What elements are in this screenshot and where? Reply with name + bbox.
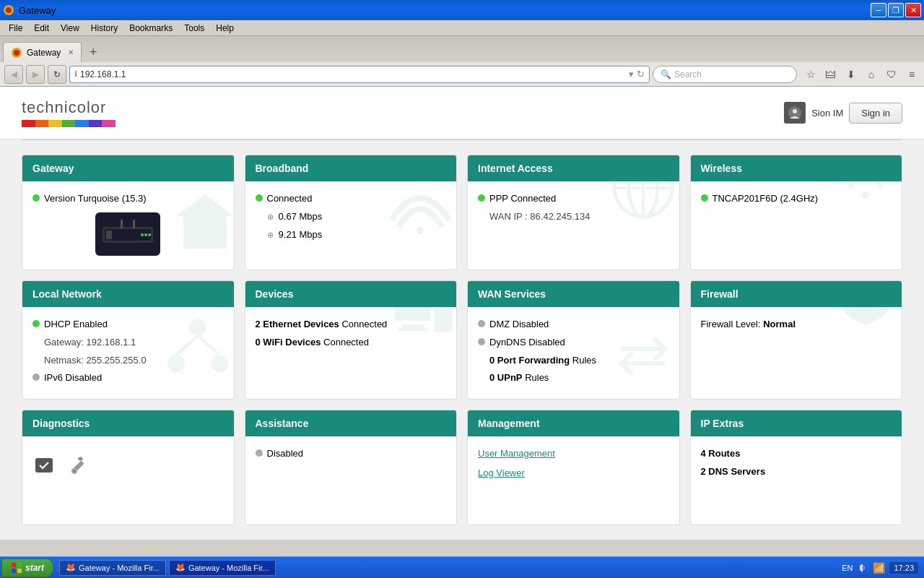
svg-point-5	[793, 109, 797, 113]
menu-bar: File Edit View History Bookmarks Tools H…	[0, 20, 924, 36]
card-header-ip-extras: IP Extras	[691, 410, 902, 436]
card-local-network[interactable]: Local NetworkDHCP EnabledGateway: 192.16…	[22, 280, 235, 400]
back-button[interactable]: ◀	[4, 65, 23, 84]
card-item: ⊕ 9.21 Mbps	[256, 228, 447, 243]
home-icon[interactable]: ⌂	[863, 66, 879, 82]
card-item[interactable]: User Management	[478, 447, 669, 462]
diagnostics-icons	[32, 454, 224, 477]
shield-icon[interactable]: 🛡	[884, 66, 899, 82]
forward-button[interactable]: ▶	[26, 65, 45, 84]
logo-area: technicolor	[22, 98, 116, 127]
card-item: Netmask: 255.255.255.0	[32, 353, 224, 368]
menu-help[interactable]: Help	[210, 22, 240, 35]
card-body-internet-access: PPP ConnectedWAN IP : 86.42.245.134	[468, 181, 679, 238]
card-item: TNCAP201F6D (2.4GHz)	[701, 191, 892, 207]
reload-icon[interactable]: ↻	[637, 69, 645, 79]
svg-point-10	[144, 233, 147, 236]
card-header-wan-services: WAN Services	[468, 281, 679, 307]
tab-title: Gateway	[19, 5, 56, 16]
card-gateway[interactable]: GatewayVersion Turquoise (15.3)	[22, 155, 235, 270]
search-icon: 🔍	[661, 69, 671, 79]
card-header-management: Management	[468, 410, 679, 436]
card-item: 2 Ethernet Devices Connected	[256, 317, 447, 332]
card-body-broadband: Connected⊕ 0.67 Mbps⊕ 9.21 Mbps	[245, 181, 457, 255]
card-item: Disabled	[256, 447, 447, 462]
dashboard: GatewayVersion Turquoise (15.3) Broadban…	[0, 140, 924, 540]
close-button[interactable]: ✕	[905, 3, 921, 17]
svg-rect-14	[183, 216, 227, 249]
restore-button[interactable]: ❐	[888, 3, 904, 17]
download-icon[interactable]: ⬇	[843, 66, 859, 82]
logo-colors	[22, 120, 116, 127]
card-devices[interactable]: Devices2 Ethernet Devices Connected0 WiF…	[245, 280, 458, 400]
reload-button[interactable]: ↻	[48, 65, 66, 84]
card-item: DynDNS Disabled	[478, 335, 669, 350]
url-text: 192.168.1.1	[80, 69, 629, 79]
sion-svg	[788, 105, 802, 120]
toolbar-icons: ☆ 🜲 ⬇ ⌂ 🛡 ≡	[803, 66, 920, 82]
card-body-management: User ManagementLog Viewer	[468, 436, 679, 496]
card-body-assistance: Disabled	[245, 436, 457, 475]
router-image	[95, 212, 160, 256]
svg-point-3	[14, 50, 19, 56]
card-item[interactable]: Log Viewer	[478, 466, 669, 481]
menu-bookmarks[interactable]: Bookmarks	[123, 22, 178, 35]
card-header-internet-access: Internet Access	[468, 155, 679, 181]
card-item: IPv6 Disabled	[32, 371, 224, 386]
menu-file[interactable]: File	[3, 22, 28, 35]
svg-rect-12	[121, 220, 123, 228]
svg-point-1	[6, 7, 12, 13]
tab-favicon	[11, 47, 22, 59]
sion-area: Sion IM Sign in	[784, 102, 902, 124]
card-header-diagnostics: Diagnostics	[22, 410, 234, 436]
card-wan-services[interactable]: WAN ServicesDMZ DisabledDynDNS Disabled0…	[467, 280, 680, 400]
logo-text: technicolor	[22, 98, 116, 117]
menu-icon[interactable]: ≡	[904, 66, 920, 82]
bookmark-star-icon[interactable]: ▾	[629, 69, 634, 79]
svg-point-9	[141, 233, 144, 236]
title-bar: Gateway ─ ❐ ✕	[0, 0, 924, 20]
card-wireless[interactable]: WirelessTNCAP201F6D (2.4GHz)	[690, 155, 903, 270]
card-body-firewall: Firewall Level: Normal	[691, 307, 902, 345]
minimize-button[interactable]: ─	[871, 3, 886, 17]
tab-close-button[interactable]: ✕	[68, 48, 74, 56]
menu-history[interactable]: History	[85, 22, 123, 35]
card-header-local-network: Local Network	[22, 281, 234, 307]
pocket-icon	[32, 454, 56, 477]
card-item: ⊕ 0.67 Mbps	[256, 210, 447, 225]
card-header-assistance: Assistance	[245, 410, 457, 436]
url-bar[interactable]: ℹ 192.168.1.1 ▾ ↻	[69, 66, 650, 83]
sign-in-button[interactable]: Sign in	[849, 103, 902, 124]
menu-tools[interactable]: Tools	[178, 22, 210, 35]
svg-rect-13	[133, 220, 135, 228]
card-internet-access[interactable]: Internet AccessPPP ConnectedWAN IP : 86.…	[467, 155, 680, 270]
menu-edit[interactable]: Edit	[28, 22, 55, 35]
card-item: Version Turquoise (15.3)	[32, 191, 224, 207]
card-management[interactable]: ManagementUser ManagementLog Viewer	[467, 410, 680, 525]
card-item: 4 Routes	[701, 447, 892, 462]
svg-point-34	[73, 470, 76, 473]
title-bar-left: Gateway	[3, 4, 871, 16]
search-placeholder: Search	[674, 69, 702, 79]
menu-view[interactable]: View	[55, 22, 85, 35]
card-item: PPP Connected	[478, 191, 669, 207]
card-assistance[interactable]: AssistanceDisabled	[245, 410, 458, 525]
pocket-icon[interactable]: 🜲	[823, 66, 839, 82]
address-bar: ◀ ▶ ↻ ℹ 192.168.1.1 ▾ ↻ 🔍 Search ☆ 🜲 ⬇ ⌂…	[0, 62, 924, 87]
sion-icon	[784, 102, 806, 124]
card-body-wan-services: DMZ DisabledDynDNS Disabled0 Port Forwar…	[468, 307, 679, 399]
svg-point-11	[148, 233, 151, 236]
bookmark-icon[interactable]: ☆	[803, 66, 819, 82]
card-header-devices: Devices	[245, 281, 457, 307]
card-broadband[interactable]: BroadbandConnected⊕ 0.67 Mbps⊕ 9.21 Mbps	[245, 155, 458, 270]
url-icons: ▾ ↻	[629, 69, 645, 79]
browser-tab[interactable]: Gateway ✕	[3, 42, 82, 62]
card-firewall[interactable]: FirewallFirewall Level: Normal	[690, 280, 903, 400]
card-diagnostics[interactable]: Diagnostics	[22, 410, 235, 525]
search-bar[interactable]: 🔍 Search	[653, 66, 797, 83]
card-ip-extras[interactable]: IP Extras4 Routes2 DNS Servers	[690, 410, 903, 525]
new-tab-button[interactable]: +	[84, 43, 102, 61]
card-item: Connected	[256, 191, 447, 207]
card-item: 2 DNS Servers	[701, 465, 892, 480]
wrench-icon	[67, 454, 90, 477]
